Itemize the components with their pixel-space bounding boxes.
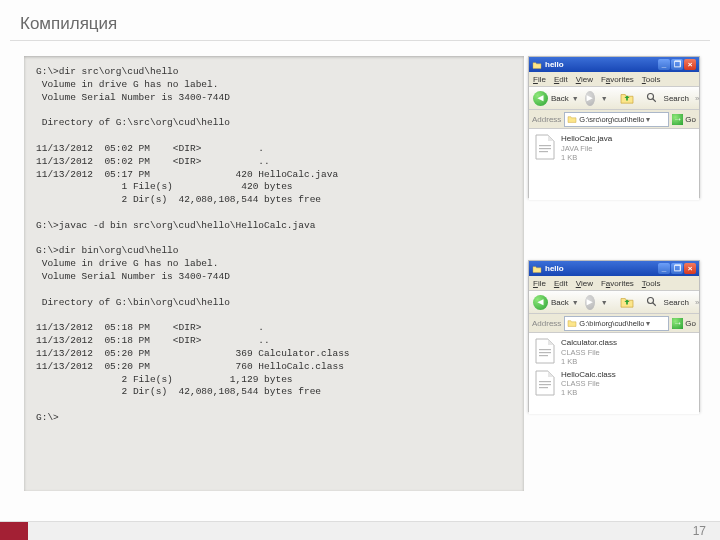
close-button[interactable]: × xyxy=(684,263,696,274)
up-folder-icon[interactable] xyxy=(620,92,634,104)
back-label: Back xyxy=(551,298,569,307)
back-arrow-icon: ◄ xyxy=(533,295,548,310)
window-titlebar[interactable]: hello _ ❐ × xyxy=(529,261,699,276)
forward-button[interactable]: ► xyxy=(585,295,595,310)
address-bar: Address G:\bin\org\cud\hello ▾ → Go xyxy=(529,314,699,333)
back-label: Back xyxy=(551,94,569,103)
folder-icon xyxy=(532,265,542,273)
file-type: CLASS File xyxy=(561,379,616,388)
file-item[interactable]: HelloCalc.class CLASS File 1 KB xyxy=(534,370,694,398)
folder-icon xyxy=(567,115,577,123)
go-label: Go xyxy=(685,319,696,328)
search-icon[interactable] xyxy=(646,296,658,308)
address-label: Address xyxy=(532,319,561,328)
address-field[interactable]: G:\src\org\cud\hello ▾ xyxy=(564,112,669,127)
minimize-button[interactable]: _ xyxy=(658,263,670,274)
maximize-button[interactable]: ❐ xyxy=(671,263,683,274)
back-arrow-icon: ◄ xyxy=(533,91,548,106)
dropdown-icon: ▼ xyxy=(572,95,579,102)
title-divider xyxy=(10,40,710,41)
file-item[interactable]: HelloCalc.java JAVA File 1 KB xyxy=(534,134,694,162)
go-button[interactable]: → Go xyxy=(672,318,696,329)
file-item[interactable]: Calculator.class CLASS File 1 KB xyxy=(534,338,694,366)
svg-rect-4 xyxy=(539,151,548,152)
svg-rect-11 xyxy=(539,384,551,385)
terminal-output: G:\>dir src\org\cud\hello Volume in driv… xyxy=(24,56,524,491)
menu-file[interactable]: File xyxy=(533,75,546,84)
menu-view[interactable]: View xyxy=(576,75,593,84)
chevron-icon: » xyxy=(695,298,699,307)
maximize-button[interactable]: ❐ xyxy=(671,59,683,70)
svg-rect-9 xyxy=(539,355,548,356)
file-size: 1 KB xyxy=(561,388,616,397)
footer-accent xyxy=(0,522,28,540)
search-label[interactable]: Search xyxy=(664,298,689,307)
explorer-window-src: hello _ ❐ × File Edit View Favorites Too… xyxy=(528,56,700,198)
go-arrow-icon: → xyxy=(672,318,683,329)
svg-rect-3 xyxy=(539,148,551,149)
svg-rect-8 xyxy=(539,352,551,353)
menu-edit[interactable]: Edit xyxy=(554,279,568,288)
folder-icon xyxy=(567,319,577,327)
svg-rect-2 xyxy=(539,145,551,146)
java-file-icon xyxy=(534,134,556,160)
go-arrow-icon: → xyxy=(672,114,683,125)
window-title: hello xyxy=(545,60,658,69)
address-label: Address xyxy=(532,115,561,124)
svg-point-5 xyxy=(647,298,653,304)
explorer-window-bin: hello _ ❐ × File Edit View Favorites Too… xyxy=(528,260,700,412)
dropdown-icon: ▾ xyxy=(646,319,650,328)
address-field[interactable]: G:\bin\org\cud\hello ▾ xyxy=(564,316,669,331)
page-title: Компиляция xyxy=(20,14,117,34)
window-title: hello xyxy=(545,264,658,273)
menu-file[interactable]: File xyxy=(533,279,546,288)
file-name: HelloCalc.java xyxy=(561,134,612,144)
svg-rect-10 xyxy=(539,381,551,382)
address-text: G:\src\org\cud\hello xyxy=(579,115,644,124)
minimize-button[interactable]: _ xyxy=(658,59,670,70)
page-number: 17 xyxy=(693,524,706,538)
file-name: HelloCalc.class xyxy=(561,370,616,380)
menu-tools[interactable]: Tools xyxy=(642,279,661,288)
menu-edit[interactable]: Edit xyxy=(554,75,568,84)
svg-line-6 xyxy=(652,303,655,306)
class-file-icon xyxy=(534,370,556,396)
menu-tools[interactable]: Tools xyxy=(642,75,661,84)
svg-rect-12 xyxy=(539,387,548,388)
search-icon[interactable] xyxy=(646,92,658,104)
window-titlebar[interactable]: hello _ ❐ × xyxy=(529,57,699,72)
class-file-icon xyxy=(534,338,556,364)
folder-icon xyxy=(532,61,542,69)
dropdown-icon: ▾ xyxy=(646,115,650,124)
forward-button[interactable]: ► xyxy=(585,91,595,106)
file-list: Calculator.class CLASS File 1 KB HelloCa… xyxy=(529,333,699,414)
address-bar: Address G:\src\org\cud\hello ▾ → Go xyxy=(529,110,699,129)
svg-line-1 xyxy=(652,99,655,102)
footer xyxy=(0,521,720,540)
search-label[interactable]: Search xyxy=(664,94,689,103)
menu-bar: File Edit View Favorites Tools xyxy=(529,72,699,87)
file-size: 1 KB xyxy=(561,357,617,366)
file-name: Calculator.class xyxy=(561,338,617,348)
menu-bar: File Edit View Favorites Tools xyxy=(529,276,699,291)
up-folder-icon[interactable] xyxy=(620,296,634,308)
toolbar: ◄ Back ▼ ► ▼ Search » xyxy=(529,87,699,110)
file-list: HelloCalc.java JAVA File 1 KB xyxy=(529,129,699,200)
menu-view[interactable]: View xyxy=(576,279,593,288)
address-text: G:\bin\org\cud\hello xyxy=(579,319,644,328)
go-button[interactable]: → Go xyxy=(672,114,696,125)
back-button[interactable]: ◄ Back ▼ xyxy=(533,91,579,106)
file-type: CLASS File xyxy=(561,348,617,357)
svg-point-0 xyxy=(647,94,653,100)
dropdown-icon: ▼ xyxy=(572,299,579,306)
dropdown-icon: ▼ xyxy=(601,299,608,306)
back-button[interactable]: ◄ Back ▼ xyxy=(533,295,579,310)
menu-favorites[interactable]: Favorites xyxy=(601,75,634,84)
go-label: Go xyxy=(685,115,696,124)
close-button[interactable]: × xyxy=(684,59,696,70)
svg-rect-7 xyxy=(539,349,551,350)
toolbar: ◄ Back ▼ ► ▼ Search » xyxy=(529,291,699,314)
dropdown-icon: ▼ xyxy=(601,95,608,102)
chevron-icon: » xyxy=(695,94,699,103)
menu-favorites[interactable]: Favorites xyxy=(601,279,634,288)
